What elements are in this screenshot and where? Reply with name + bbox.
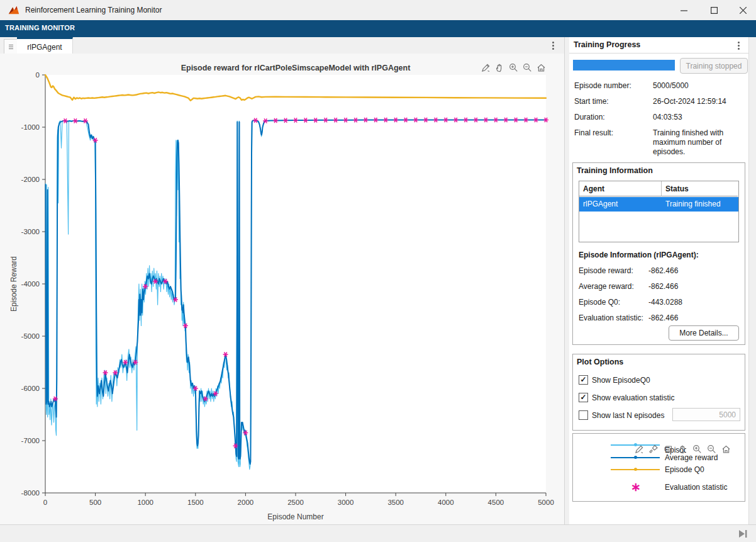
episode-q0-value: -443.0288 [648,298,682,307]
episode-reward-label: Episode reward: [579,266,633,275]
show-last-n-checkbox[interactable] [579,410,588,420]
legend-label: Episode Q0 [665,465,704,474]
show-episodeq0-checkbox[interactable] [579,375,588,385]
expand-panel-icon[interactable] [737,529,750,539]
figure-area: Episode reward for rlCartPoleSimscapeMod… [0,54,564,524]
svg-text:4000: 4000 [438,499,454,506]
table-row-selected[interactable]: rlPGAgent Training finished [579,197,738,212]
window-title: Reinforcement Learning Training Monitor [25,6,162,14]
svg-text:3500: 3500 [387,499,404,506]
kebab-icon [552,42,554,50]
svg-text:2000: 2000 [238,499,254,506]
tab-label: rlPGAgent [27,43,62,52]
svg-text:-3000: -3000 [21,228,40,235]
panel-title: Training Progress [574,40,640,49]
document-tab-bar: rlPGAgent [0,37,564,54]
minimize-button[interactable] [669,0,698,20]
plot-options-section: Plot Options Show EpisodeQ0 Show evaluat… [572,354,745,431]
svg-text:1000: 1000 [137,499,153,506]
show-last-n-option: Show last N episodes [579,410,664,420]
more-details-button[interactable]: More Details... [669,325,739,341]
svg-text:5000: 5000 [538,499,554,506]
column-header-status: Status [662,181,738,196]
svg-text:-6000: -6000 [21,385,40,392]
svg-text:1500: 1500 [187,499,204,506]
svg-text:Episode Reward: Episode Reward [9,256,18,312]
svg-text:-5000: -5000 [21,332,40,340]
plot-options-header: Plot Options [577,358,623,366]
evaluation-statistic-label: Evaluation statistic: [579,313,643,322]
matlab-logo-icon [8,4,20,16]
tab-rlpgagent[interactable]: rlPGAgent [17,37,73,55]
svg-text:-7000: -7000 [21,437,40,444]
legend-panel: Episode reward Average reward Episode Q0… [572,433,745,502]
maximize-button[interactable] [699,0,728,20]
episode-information-header: Episode Information (rlPGAgent): [579,251,699,259]
episode-q0-row: Episode Q0: -443.0288 [579,298,739,307]
agent-status-table: Agent Status rlPGAgent Training finished [579,181,739,242]
svg-text:4500: 4500 [488,499,504,506]
tab-overflow-menu-button[interactable] [546,39,560,52]
episode-number-value: 5000/5000 [653,81,746,91]
svg-text:-4000: -4000 [21,280,40,288]
show-evaluation-option: Show evaluation statistic [579,393,674,402]
evaluation-statistic-value: -862.466 [648,313,678,322]
average-reward-value: -862.466 [648,282,678,291]
final-result-label: Final result: [574,128,613,138]
ribbon-tab-training-monitor[interactable]: TRAINING MONITOR [5,24,75,31]
panel-header: Training Progress [569,37,748,54]
tab-list-menu-button[interactable] [4,39,18,54]
panel-menu-kebab-icon[interactable] [738,42,740,50]
svg-text:-8000: -8000 [21,489,40,497]
svg-text:0: 0 [36,71,40,79]
legend-entry-average-reward[interactable]: Average reward [573,451,745,464]
show-evaluation-label: Show evaluation statistic [592,393,674,402]
legend-label: Average reward [665,453,718,462]
reward-chart[interactable]: 0500100015002000250030003500400045005000… [0,54,564,524]
close-button[interactable] [730,0,756,20]
training-information-section: Training Information Agent Status rlPGAg… [572,162,745,345]
hamburger-icon [8,44,14,50]
episode-number-label: Episode number: [574,81,631,91]
column-header-agent: Agent [579,181,662,196]
average-reward-label: Average reward: [579,282,634,291]
svg-text:-2000: -2000 [21,176,40,183]
svg-text:3000: 3000 [338,499,354,506]
show-last-n-label: Show last N episodes [592,411,664,420]
training-progress-bar [573,60,675,71]
legend-entry-episode-reward[interactable]: Episode reward [573,439,745,451]
legend-entry-evaluation-statistic[interactable]: ∗ Evaluation statistic [573,478,745,494]
svg-text:-1000: -1000 [21,123,40,131]
status-cell: Training finished [662,197,742,212]
training-information-header: Training Information [577,166,653,175]
svg-text:Episode Number: Episode Number [267,512,323,521]
final-result-value: Training finished with maximum number of… [653,128,746,157]
svg-text:500: 500 [89,499,101,506]
start-time-label: Start time: [574,97,609,106]
show-episodeq0-label: Show EpisodeQ0 [592,376,650,385]
status-bar [0,524,756,542]
episode-q0-label: Episode Q0: [579,298,620,307]
last-n-episodes-input[interactable] [672,408,740,421]
episode-reward-row: Episode reward: -862.466 [579,266,739,275]
ribbon-bar: TRAINING MONITOR [0,20,756,37]
agent-cell: rlPGAgent [579,197,665,212]
svg-text:2500: 2500 [287,499,304,506]
training-stopped-button[interactable]: Training stopped [680,58,748,74]
right-scroll-rail [748,37,756,524]
show-episodeq0-option: Show EpisodeQ0 [579,375,650,385]
asterisk-marker-icon: ∗ [631,480,641,494]
training-progress-panel: Training Progress Training stopped Episo… [569,37,748,524]
start-time-value: 26-Oct-2024 12:59:14 [653,97,746,106]
legend-label: Evaluation statistic [665,483,727,492]
title-bar: Reinforcement Learning Training Monitor [0,0,756,21]
duration-value: 04:03:53 [653,113,746,122]
duration-label: Duration: [574,113,605,122]
legend-entry-episode-q0[interactable]: Episode Q0 [573,463,745,476]
average-reward-row: Average reward: -862.466 [579,282,739,291]
evaluation-statistic-row: Evaluation statistic: -862.466 [579,313,739,322]
episode-reward-value: -862.466 [648,266,678,275]
svg-text:0: 0 [43,499,47,506]
episode-q0-dot [634,468,637,471]
show-evaluation-checkbox[interactable] [579,393,588,402]
